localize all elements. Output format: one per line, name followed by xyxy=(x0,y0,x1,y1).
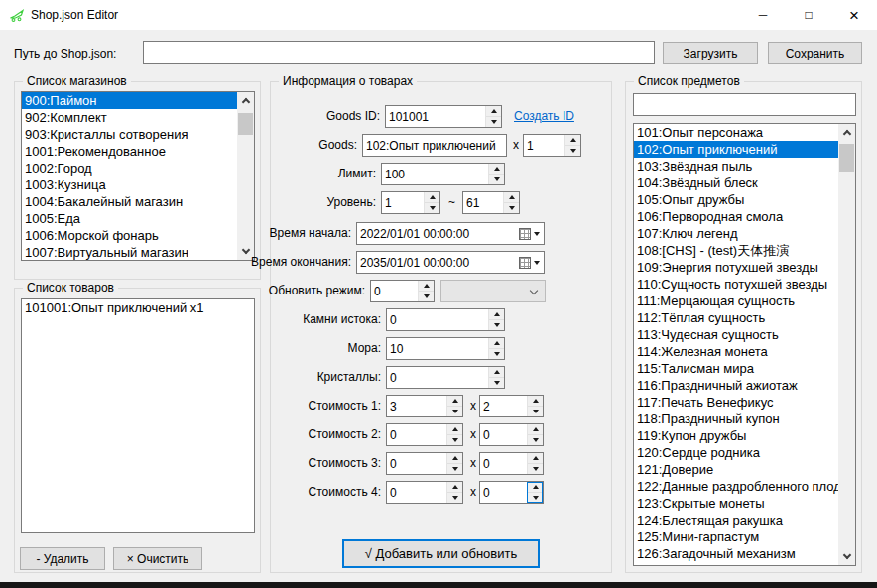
path-input[interactable] xyxy=(143,41,655,64)
refresh-mode-spinner[interactable]: 0 xyxy=(370,280,435,302)
spinner-up-button[interactable] xyxy=(489,164,504,174)
scroll-up-button[interactable] xyxy=(838,124,855,141)
shop-list-item[interactable]: 1004:Бакалейный магазин xyxy=(22,193,237,210)
add-or-update-button[interactable]: √ Добавить или обновить xyxy=(342,539,540,568)
spinner-up-button[interactable] xyxy=(447,424,462,434)
create-id-link[interactable]: Создать ID xyxy=(514,109,574,123)
shop-list-item[interactable]: 1001:Рекомендованное xyxy=(22,143,237,160)
item-list-item[interactable]: 113:Чудесная сущность xyxy=(634,326,838,343)
item-list-item[interactable]: 110:Сущность потухшей звезды xyxy=(634,276,838,293)
item-list-item[interactable]: 121:Доверие xyxy=(634,461,838,478)
cost2-item-spinner[interactable]: 0 xyxy=(386,423,463,446)
scroll-up-button[interactable] xyxy=(237,92,254,109)
item-list-item[interactable]: 112:Тёплая сущность xyxy=(634,309,838,326)
shop-list-item[interactable]: 1002:Город xyxy=(22,160,237,176)
delete-button[interactable]: - Удалить xyxy=(20,547,105,570)
item-list-item[interactable]: 107:Ключ легенд xyxy=(634,225,838,242)
save-button[interactable]: Сохранить xyxy=(768,42,862,64)
spinner-down-button[interactable] xyxy=(489,174,504,184)
item-list-item[interactable]: 123:Скрытые монеты xyxy=(634,495,838,512)
shop-list-item[interactable]: 1007:Виртуальный магазин xyxy=(22,244,237,260)
shops-scrollbar[interactable] xyxy=(237,92,254,260)
item-list-item[interactable]: 105:Опыт дружбы xyxy=(634,191,838,208)
goods-listbox[interactable]: 101001:Опыт приключений x1 xyxy=(21,298,255,533)
scroll-thumb[interactable] xyxy=(238,113,253,135)
spinner-down-button[interactable] xyxy=(486,116,501,127)
maximize-button[interactable]: □ xyxy=(786,0,831,30)
spinner-up-button[interactable] xyxy=(528,424,543,434)
spinner-up-button[interactable] xyxy=(486,106,501,116)
spinner-up-button[interactable] xyxy=(419,281,434,291)
spinner-down-button[interactable] xyxy=(528,463,543,474)
scroll-thumb[interactable] xyxy=(839,144,854,172)
load-button[interactable]: Загрузить xyxy=(663,42,758,64)
goods-count-spinner[interactable]: 1 xyxy=(523,134,581,157)
item-list-item[interactable]: 106:Первородная смола xyxy=(634,208,838,225)
crystals-spinner[interactable]: 0 xyxy=(386,366,505,389)
item-list-item[interactable]: 124:Блестящая ракушка xyxy=(634,512,838,529)
cost3-item-spinner[interactable]: 0 xyxy=(386,452,463,475)
item-list-item[interactable]: 116:Праздничный ажиотаж xyxy=(634,377,838,394)
item-list-item[interactable]: 115:Талисман мира xyxy=(634,360,838,377)
goods-id-spinner[interactable]: 101001 xyxy=(385,105,502,128)
item-list-item[interactable]: 108:[CHS] - (test)天体推演 xyxy=(634,242,838,259)
item-list-item[interactable]: 126:Загадочный механизм xyxy=(634,545,838,562)
dropdown-arrow-icon[interactable] xyxy=(534,261,540,265)
time-start-picker[interactable]: 2022/01/01 00:00:00 xyxy=(356,222,545,245)
close-button[interactable]: × xyxy=(831,0,877,30)
spinner-up-button[interactable] xyxy=(447,453,462,463)
spinner-down-button[interactable] xyxy=(447,434,462,445)
item-list-item[interactable]: 102:Опыт приключений xyxy=(634,141,838,158)
minimize-button[interactable]: ─ xyxy=(740,0,786,30)
items-search-input[interactable] xyxy=(633,93,856,116)
shop-list-item[interactable]: 1005:Еда xyxy=(22,210,237,227)
item-list-item[interactable]: 101:Опыт персонажа xyxy=(634,124,838,141)
spinner-down-button[interactable] xyxy=(425,202,439,213)
goods-list-item[interactable]: 101001:Опыт приключений x1 xyxy=(22,299,254,316)
spinner-down-button[interactable] xyxy=(489,319,504,330)
spinner-up-button[interactable] xyxy=(489,338,504,348)
spinner-down-button[interactable] xyxy=(565,145,580,156)
shop-list-item[interactable]: 1003:Кузница xyxy=(22,176,237,193)
cost3-count-spinner[interactable]: 0 xyxy=(479,452,544,475)
level-from-spinner[interactable]: 1 xyxy=(381,191,440,214)
item-list-item[interactable]: 119:Купон дружбы xyxy=(634,427,838,444)
goods-input[interactable] xyxy=(362,134,507,157)
spinner-down-button[interactable] xyxy=(447,406,462,416)
item-list-item[interactable]: 104:Звёздный блеск xyxy=(634,175,838,191)
limit-spinner[interactable]: 100 xyxy=(381,163,505,185)
time-end-picker[interactable]: 2035/01/01 00:00:00 xyxy=(356,251,545,274)
items-scrollbar[interactable] xyxy=(838,124,855,565)
spinner-up-button[interactable] xyxy=(504,192,519,202)
spinner-up-button[interactable] xyxy=(528,482,543,492)
item-list-item[interactable]: 117:Печать Венефикус xyxy=(634,394,838,411)
cost4-item-spinner[interactable]: 0 xyxy=(386,481,463,504)
item-list-item[interactable]: 114:Железная монета xyxy=(634,343,838,360)
item-list-item[interactable]: 120:Сердце родника xyxy=(634,444,838,461)
shops-listbox[interactable]: 900:Паймон902:Комплект903:Кристаллы сотв… xyxy=(21,91,255,261)
dropdown-arrow-icon[interactable] xyxy=(534,232,540,236)
spinner-up-button[interactable] xyxy=(447,396,462,406)
spinner-down-button[interactable] xyxy=(447,463,462,474)
cost1-item-spinner[interactable]: 3 xyxy=(386,395,463,417)
cost1-count-spinner[interactable]: 2 xyxy=(479,395,544,417)
primogems-spinner[interactable]: 0 xyxy=(386,308,505,331)
clear-button[interactable]: × Очистить xyxy=(113,547,202,570)
level-to-spinner[interactable]: 61 xyxy=(462,191,520,214)
spinner-down-button[interactable] xyxy=(528,492,543,503)
spinner-up-button[interactable] xyxy=(565,135,580,145)
spinner-up-button[interactable] xyxy=(425,192,439,202)
item-list-item[interactable]: 125:Мини-гарпастум xyxy=(634,529,838,545)
spinner-down-button[interactable] xyxy=(489,348,504,359)
spinner-down-button[interactable] xyxy=(528,434,543,445)
spinner-up-button[interactable] xyxy=(528,453,543,463)
spinner-down-button[interactable] xyxy=(528,406,543,416)
item-list-item[interactable]: 109:Энергия потухшей звезды xyxy=(634,259,838,276)
shop-list-item[interactable]: 900:Паймон xyxy=(22,92,237,109)
spinner-down-button[interactable] xyxy=(504,202,519,213)
cost2-count-spinner[interactable]: 0 xyxy=(479,423,544,446)
item-list-item[interactable]: 111:Мерцающая сущность xyxy=(634,293,838,309)
scroll-down-button[interactable] xyxy=(838,548,855,565)
shop-list-item[interactable]: 902:Комплект xyxy=(22,109,237,126)
item-list-item[interactable]: 118:Праздничный купон xyxy=(634,411,838,427)
